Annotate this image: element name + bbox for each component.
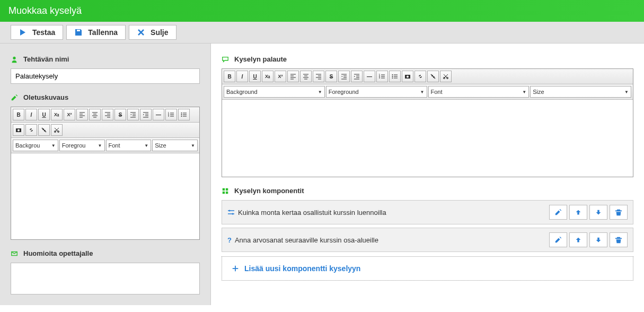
pencil-icon <box>554 209 562 216</box>
ol-button[interactable]: 123 <box>165 109 177 120</box>
test-button[interactable]: Testaa <box>11 25 63 40</box>
ul-button[interactable] <box>389 71 401 82</box>
move-down-button[interactable] <box>589 205 607 220</box>
align-left-button[interactable] <box>287 71 299 82</box>
svg-point-16 <box>392 77 393 79</box>
mail-icon <box>11 250 18 257</box>
align-center-button[interactable] <box>300 71 312 82</box>
ol-icon: 123 <box>168 111 174 118</box>
ul-button[interactable] <box>178 109 190 120</box>
slider-icon <box>227 209 235 216</box>
desc-editor-toolbar1: B I U X₂ X² S — 123 <box>11 107 199 123</box>
component-row: Kuinka monta kertaa osallistuit kurssin … <box>222 200 633 224</box>
indent-button[interactable] <box>140 109 152 120</box>
save-button[interactable]: Tallenna <box>66 25 126 40</box>
close-button-label: Sulje <box>151 28 168 37</box>
image-button[interactable] <box>402 71 413 82</box>
desc-editor-selects: Backgrou▼ Foregrou▼ Font▼ Size▼ <box>11 138 199 153</box>
fg-select[interactable]: Foreground▼ <box>326 86 427 98</box>
font-select[interactable]: Font▼ <box>428 86 530 98</box>
task-name-input[interactable] <box>11 68 200 84</box>
link-button[interactable] <box>414 71 426 82</box>
svg-point-5 <box>181 116 182 117</box>
feedback-editor-selects: Background▼ Foreground▼ Font▼ Size▼ <box>222 84 633 100</box>
task-name-label: Tehtävän nimi <box>23 55 69 63</box>
bg-select[interactable]: Background▼ <box>224 86 325 98</box>
subscript-button[interactable]: X₂ <box>262 71 274 82</box>
feedback-editor-area[interactable] <box>222 100 633 177</box>
save-icon <box>74 28 83 37</box>
move-up-button[interactable] <box>569 232 587 247</box>
bg-select[interactable]: Backgrou▼ <box>13 140 58 151</box>
components-header: Kyselyn komponentit <box>222 187 633 195</box>
indent-button[interactable] <box>351 71 363 82</box>
ol-button[interactable]: 123 <box>376 71 388 82</box>
indent-icon <box>354 73 360 80</box>
trash-icon <box>615 209 622 216</box>
align-right-icon <box>104 111 111 118</box>
underline-button[interactable]: U <box>38 109 50 120</box>
cut-button[interactable] <box>51 124 63 136</box>
link-button[interactable] <box>25 124 37 136</box>
font-select[interactable]: Font▼ <box>106 140 152 151</box>
cut-button[interactable] <box>440 71 452 82</box>
underline-button[interactable]: U <box>249 71 261 82</box>
hr-button[interactable]: — <box>153 109 164 120</box>
desc-editor: B I U X₂ X² S — 123 <box>11 107 200 240</box>
size-select[interactable]: Size▼ <box>530 86 631 98</box>
italic-button[interactable]: I <box>236 71 248 82</box>
close-button[interactable]: Sulje <box>129 25 176 40</box>
user-icon <box>11 56 18 63</box>
bold-button[interactable]: B <box>13 109 24 120</box>
delete-component-button[interactable] <box>610 232 628 247</box>
strike-button[interactable]: S <box>325 71 337 82</box>
comment-icon <box>222 56 229 63</box>
ul-icon <box>392 73 398 80</box>
test-button-label: Testaa <box>32 28 55 37</box>
subscript-button[interactable]: X₂ <box>51 109 63 120</box>
unlink-icon <box>41 127 47 133</box>
unlink-button[interactable] <box>427 71 439 82</box>
link-icon <box>417 73 424 80</box>
delete-component-button[interactable] <box>610 205 628 220</box>
align-left-button[interactable] <box>76 109 88 120</box>
page-header: Muokkaa kyselyä <box>0 0 644 22</box>
arrow-up-icon <box>575 236 582 244</box>
align-left-icon <box>79 111 85 118</box>
link-icon <box>28 127 34 133</box>
align-center-button[interactable] <box>89 109 101 120</box>
component-text: Anna arvosanat seuraaville kurssin osa-a… <box>235 236 378 244</box>
ul-icon <box>181 111 187 118</box>
hr-button[interactable]: — <box>364 71 375 82</box>
superscript-button[interactable]: X² <box>64 109 75 120</box>
align-right-button[interactable] <box>102 109 113 120</box>
italic-button[interactable]: I <box>25 109 37 120</box>
bold-button[interactable]: B <box>224 71 235 82</box>
move-up-button[interactable] <box>569 205 587 220</box>
desc-editor-area[interactable] <box>11 153 199 239</box>
move-down-button[interactable] <box>589 232 607 247</box>
superscript-button[interactable]: X² <box>275 71 286 82</box>
edit-component-button[interactable] <box>549 205 567 220</box>
outdent-button[interactable] <box>338 71 350 82</box>
unlink-button[interactable] <box>38 124 50 136</box>
outdent-button[interactable] <box>127 109 139 120</box>
image-button[interactable] <box>13 124 24 136</box>
edit-component-button[interactable] <box>549 232 567 247</box>
svg-rect-23 <box>223 191 225 193</box>
align-left-icon <box>290 73 296 80</box>
svg-point-18 <box>407 76 409 78</box>
svg-text:3: 3 <box>379 77 380 79</box>
strike-button[interactable]: S <box>114 109 126 120</box>
save-button-label: Tallenna <box>88 28 118 37</box>
camera-icon <box>404 73 411 80</box>
ol-icon: 123 <box>379 73 385 80</box>
size-select[interactable]: Size▼ <box>152 140 198 151</box>
play-icon <box>19 28 27 37</box>
svg-point-7 <box>17 129 20 132</box>
indent-icon <box>143 111 149 118</box>
align-right-button[interactable] <box>313 71 324 82</box>
notes-input[interactable] <box>11 263 200 294</box>
add-component-button[interactable]: Lisää uusi komponentti kyselyyn <box>222 256 633 281</box>
fg-select[interactable]: Foregrou▼ <box>59 140 105 151</box>
